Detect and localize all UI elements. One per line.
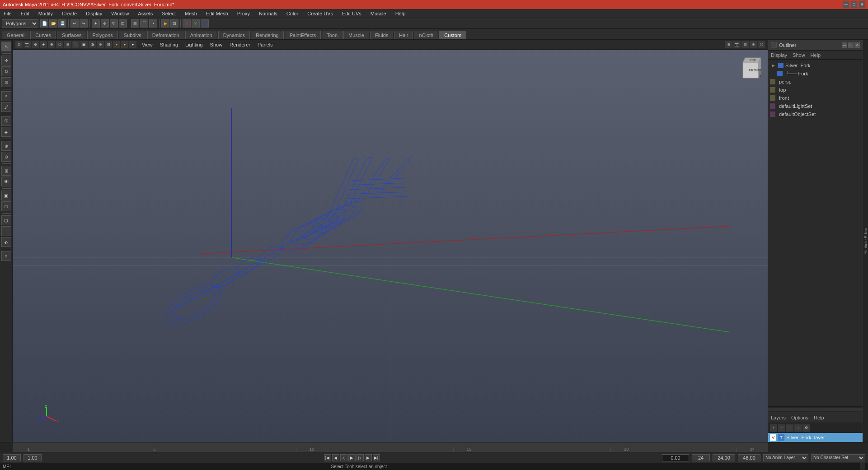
tab-surfaces[interactable]: Surfaces [57,31,86,39]
vp-menu-renderer[interactable]: Renderer [228,42,252,48]
vp-icon-6[interactable]: ⬡ [56,41,63,48]
layers-tab-layers[interactable]: Layers [771,415,786,420]
menu-muscle[interactable]: Muscle [369,10,388,17]
tab-curves[interactable]: Curves [30,31,56,39]
lasso-icon[interactable]: ⌖ [1,91,11,101]
scroll-track[interactable] [768,408,863,411]
prev-key-btn[interactable]: ◁ [340,454,347,461]
outliner-item-silverfork[interactable]: ▶ Silver_Fork [768,61,863,70]
move-mode-icon[interactable]: ✛ [1,56,11,65]
menu-normals[interactable]: Normals [257,10,279,17]
menu-proxy[interactable]: Proxy [235,10,252,17]
save-scene-icon[interactable]: 💾 [58,19,66,28]
max-frame-input[interactable] [738,454,760,461]
tab-painteffects[interactable]: PaintEffects [285,31,321,39]
move-tool-icon[interactable]: ✛ [101,19,109,28]
tab-custom[interactable]: Custom [439,31,466,39]
play-btn[interactable]: ▶ [348,454,356,461]
menu-edituvs[interactable]: Edit UVs [340,10,363,17]
group-icon[interactable]: ▣ [1,191,11,200]
tab-subdivs[interactable]: Subdivs [119,31,146,39]
vp-icon-1[interactable]: ⊡ [15,41,23,48]
tab-general[interactable]: General [2,31,29,39]
scale-tool-icon[interactable]: ⊡ [119,19,127,28]
menu-create[interactable]: Create [60,10,79,17]
outliner-tab-help[interactable]: Help [811,52,821,58]
menu-editmesh[interactable]: Edit Mesh [204,10,230,17]
axis-z-icon[interactable]: Z [201,19,209,28]
menu-modify[interactable]: Modify [37,10,55,17]
layer-move-icon[interactable]: ↑ [786,424,793,432]
outliner-scrollbar[interactable] [768,406,863,412]
outliner-item-persp[interactable]: persp [768,78,863,86]
vp-icon-12[interactable]: ⊡ [105,41,112,48]
vp-icon-9[interactable]: ▣ [80,41,88,48]
render-icon[interactable]: ▶ [161,19,169,28]
viewport[interactable]: ⊡ 📷 ⚙ ◈ ⊕ ⬡ ⊞ ⬛ ▣ ◑ ⊙ ⊡ ● ● ● View Shadi… [13,40,768,442]
outliner-minimize[interactable]: — [842,42,847,48]
vp-menu-shading[interactable]: Shading [158,42,180,48]
outliner-item-front[interactable]: front [768,94,863,102]
vp-icon-15[interactable]: ● [129,41,136,48]
tab-fluids[interactable]: Fluids [370,31,393,39]
snap-grid-icon[interactable]: ⊞ [131,19,139,28]
poly-display-icon[interactable]: ⬡ [1,215,11,225]
layer-movedown-icon[interactable]: ↓ [794,424,802,432]
layers-tab-options[interactable]: Options [791,415,808,420]
snap-live-icon[interactable]: ⊕ [1,141,11,151]
outliner-content[interactable]: ▶ Silver_Fork └── Fork persp top front [768,60,863,406]
menu-createuvs[interactable]: Create UVs [305,10,335,17]
vp-layout-icon[interactable]: ⊡ [741,41,749,48]
undo-icon[interactable]: ↩ [70,19,79,28]
vp-icon-8[interactable]: ⬛ [72,41,80,48]
redo-icon[interactable]: ↪ [80,19,88,28]
outliner-item-fork[interactable]: └── Fork [768,70,863,78]
vp-menu-view[interactable]: View [140,42,155,48]
menu-file[interactable]: File [2,10,14,17]
vp-icon-4[interactable]: ◈ [40,41,47,48]
snap-obj-icon[interactable]: ⊙ [1,152,11,162]
axis-y-icon[interactable]: Y [192,19,200,28]
snap-curve-icon[interactable]: ⌒ [140,19,148,28]
outliner-item-defaultlightset[interactable]: defaultLightSet [768,102,863,110]
anim-layer-dropdown[interactable]: No Anim Layer [763,454,808,461]
layer-display-mode[interactable]: T [778,434,784,441]
char-set-dropdown[interactable]: No Character Set [811,454,865,461]
tab-rendering[interactable]: Rendering [251,31,284,39]
view-cube[interactable]: FRONT TOP RIGHT [736,53,763,80]
paint-icon[interactable]: 🖊 [1,102,11,112]
vp-icon-2[interactable]: 📷 [23,41,31,48]
sculpt-icon[interactable]: ⦾ [1,116,11,126]
menu-mesh[interactable]: Mesh [183,10,199,17]
vp-icon-7[interactable]: ⊞ [64,41,71,48]
goto-end-btn[interactable]: ▶| [373,454,380,461]
outliner-item-defaultobjectset[interactable]: defaultObjectSet [768,110,863,118]
vp-icon-11[interactable]: ⊙ [97,41,104,48]
tab-hair[interactable]: Hair [394,31,413,39]
vp-menu-show[interactable]: Show [208,42,225,48]
start-frame-input[interactable] [3,454,21,461]
layer-settings-icon[interactable]: ⚙ [802,424,810,432]
layer-visibility-check[interactable]: V [770,434,776,441]
tab-animation[interactable]: Animation [185,31,217,39]
cv-icon[interactable]: ◈ [1,127,11,137]
menu-help[interactable]: Help [394,10,408,17]
mel-input[interactable] [16,464,331,470]
tab-polygons[interactable]: Polygons [87,31,117,39]
layer-new-icon[interactable]: + [770,424,777,432]
outliner-tab-display[interactable]: Display [771,52,787,58]
layers-icon[interactable]: ≡ [1,251,11,261]
timeline-track[interactable]: 1 5 10 15 20 24 [13,442,768,452]
maximize-button[interactable]: □ [851,1,857,8]
goto-start-btn[interactable]: |◀ [324,454,331,461]
menu-assets[interactable]: Assets [136,10,155,17]
rotate-mode-icon[interactable]: ↻ [1,66,11,76]
next-key-btn[interactable]: ▷ [357,454,364,461]
menu-display[interactable]: Display [84,10,104,17]
vp-icon-5[interactable]: ⊕ [48,41,55,48]
rotate-tool-icon[interactable]: ↻ [110,19,118,28]
tab-dynamics[interactable]: Dynamics [218,31,250,39]
playback-start-input[interactable] [23,454,42,461]
vp-icon-14[interactable]: ● [121,41,128,48]
outliner-item-top[interactable]: top [768,86,863,94]
